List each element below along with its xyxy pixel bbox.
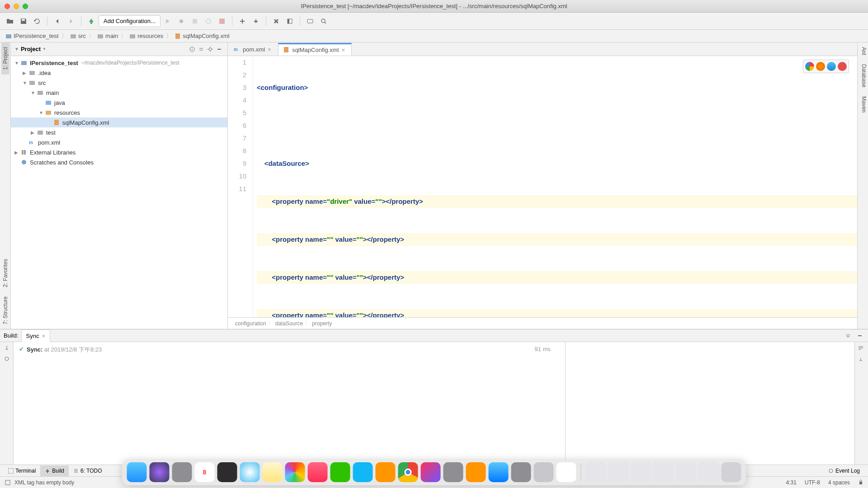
minimize-window-button[interactable] xyxy=(14,4,19,9)
dock-folder3[interactable] xyxy=(631,462,651,482)
sidebar-tab-database[interactable]: Database xyxy=(858,60,868,92)
dock-qq[interactable] xyxy=(353,462,373,482)
status-encoding[interactable]: UTF-8 xyxy=(805,479,820,486)
sidebar-tab-ant[interactable]: Ant xyxy=(858,42,868,60)
status-lock-icon[interactable] xyxy=(858,479,863,486)
nav-resources[interactable]: resources xyxy=(127,33,165,39)
tab-pom[interactable]: mpom.xml× xyxy=(229,43,278,56)
gear-icon[interactable] xyxy=(844,331,853,340)
dock-intellij[interactable] xyxy=(421,462,441,482)
close-tab-icon[interactable]: × xyxy=(268,46,273,53)
code-area[interactable]: <configuration> <dataSource> <property n… xyxy=(253,56,857,317)
soft-wrap-icon[interactable] xyxy=(855,342,868,354)
dock-terminal[interactable] xyxy=(217,462,237,482)
tree-java[interactable]: java xyxy=(11,98,227,108)
expand-all-icon[interactable] xyxy=(197,45,206,54)
bottom-tab-build[interactable]: Build xyxy=(40,465,69,476)
nav-src[interactable]: src xyxy=(68,33,88,39)
refresh-icon[interactable] xyxy=(31,15,43,28)
dock-app2[interactable] xyxy=(443,462,463,482)
save-icon[interactable] xyxy=(17,15,30,28)
dock-app3[interactable] xyxy=(466,462,486,482)
tree-pom[interactable]: mpom.xml xyxy=(11,137,227,147)
locate-icon[interactable] xyxy=(188,45,197,54)
opera-icon[interactable] xyxy=(838,62,847,71)
dock-appstore[interactable] xyxy=(489,462,509,482)
minimize-tool-icon[interactable] xyxy=(215,45,224,54)
vcs-icon[interactable] xyxy=(236,15,249,28)
settings-icon[interactable] xyxy=(270,15,283,28)
gear-icon[interactable] xyxy=(206,45,215,54)
status-position[interactable]: 4:31 xyxy=(786,479,797,486)
minimize-tool-icon[interactable] xyxy=(855,331,864,340)
close-tab-icon[interactable]: × xyxy=(341,47,347,53)
tree-test[interactable]: ▶test xyxy=(11,127,227,137)
nav-project[interactable]: IPersistence_test xyxy=(4,33,61,39)
project-structure-icon[interactable] xyxy=(283,15,296,28)
tree-src[interactable]: ▼src xyxy=(11,78,227,88)
tab-sqlmap[interactable]: sqlMapConfig.xml× xyxy=(278,43,352,56)
open-icon[interactable] xyxy=(4,15,16,28)
dock-photos[interactable] xyxy=(285,462,305,482)
dock-folder5[interactable] xyxy=(676,462,696,482)
chrome-icon[interactable] xyxy=(805,62,814,71)
build-sync-tab[interactable]: Sync× xyxy=(21,329,51,342)
dock-settings[interactable] xyxy=(511,462,531,482)
gutter: 1234567891011 xyxy=(228,56,253,317)
dock-folder1[interactable] xyxy=(586,462,606,482)
dock-finder[interactable] xyxy=(127,462,147,482)
dock-launchpad[interactable] xyxy=(172,462,192,482)
back-button[interactable] xyxy=(51,15,64,28)
run-anything-icon[interactable] xyxy=(304,15,316,28)
dock-calendar[interactable]: 8 xyxy=(195,462,215,482)
dock-notes[interactable] xyxy=(263,462,283,482)
tree-main[interactable]: ▼main xyxy=(11,88,227,98)
search-icon[interactable] xyxy=(317,15,330,28)
dock-music[interactable] xyxy=(308,462,328,482)
sidebar-tab-structure[interactable]: 7: Structure xyxy=(1,292,9,329)
safari-icon[interactable] xyxy=(827,62,836,71)
firefox-icon[interactable] xyxy=(816,62,825,71)
tree-root[interactable]: ▼IPersistence_test~/macdev/IdeaProjects/… xyxy=(11,58,227,68)
dock-wechat[interactable] xyxy=(330,462,350,482)
tree-resources[interactable]: ▼resources xyxy=(11,108,227,117)
editor-body[interactable]: 1234567891011 <configuration> <dataSourc… xyxy=(228,56,857,317)
close-icon[interactable]: × xyxy=(42,333,45,339)
zoom-window-button[interactable] xyxy=(23,4,28,9)
filter-icon[interactable] xyxy=(4,356,10,362)
dock-chrome[interactable] xyxy=(398,462,418,482)
close-window-button[interactable] xyxy=(5,4,10,9)
dock-trash[interactable] xyxy=(722,462,741,482)
bottom-tab-event-log[interactable]: Event Log xyxy=(824,465,864,476)
dock-app5[interactable] xyxy=(557,462,576,482)
dock-folder6[interactable] xyxy=(699,462,719,482)
dock-folder2[interactable] xyxy=(609,462,628,482)
bc-datasource[interactable]: dataSource xyxy=(274,320,305,327)
dock-folder4[interactable] xyxy=(654,462,674,482)
tree-scratches[interactable]: Scratches and Consoles xyxy=(11,157,227,167)
pin-icon[interactable] xyxy=(4,345,10,351)
bc-property[interactable]: property xyxy=(310,320,334,327)
sidebar-tab-project[interactable]: 1: Project xyxy=(1,42,9,75)
nav-main[interactable]: main xyxy=(95,33,120,39)
vcs-update-icon[interactable] xyxy=(250,15,262,28)
dock-siri[interactable] xyxy=(150,462,170,482)
sidebar-tab-maven[interactable]: Maven xyxy=(858,92,868,117)
nav-file[interactable]: sqlMapConfig.xml xyxy=(173,33,231,39)
bc-configuration[interactable]: configuration xyxy=(233,320,268,327)
dock-app4[interactable] xyxy=(534,462,554,482)
dock-app1[interactable] xyxy=(376,462,396,482)
run-configuration-combo[interactable]: Add Configuration... xyxy=(99,15,160,27)
bottom-tab-todo[interactable]: 6: TODO xyxy=(69,465,107,476)
sidebar-tab-favorites[interactable]: 2: Favorites xyxy=(1,254,9,292)
tree-idea[interactable]: ▶.idea xyxy=(11,68,227,78)
scroll-to-end-icon[interactable] xyxy=(855,354,868,366)
tree-file-sqlmap[interactable]: sqlMapConfig.xml xyxy=(11,117,227,127)
project-view-title[interactable]: Project xyxy=(21,46,41,52)
build-icon[interactable] xyxy=(85,15,98,28)
tree-external-libraries[interactable]: ▶External Libraries xyxy=(11,147,227,157)
dock-safari[interactable] xyxy=(240,462,260,482)
bottom-tab-terminal[interactable]: Terminal xyxy=(4,465,40,476)
project-tree[interactable]: ▼IPersistence_test~/macdev/IdeaProjects/… xyxy=(11,56,227,329)
status-indent[interactable]: 4 spaces xyxy=(828,479,850,486)
